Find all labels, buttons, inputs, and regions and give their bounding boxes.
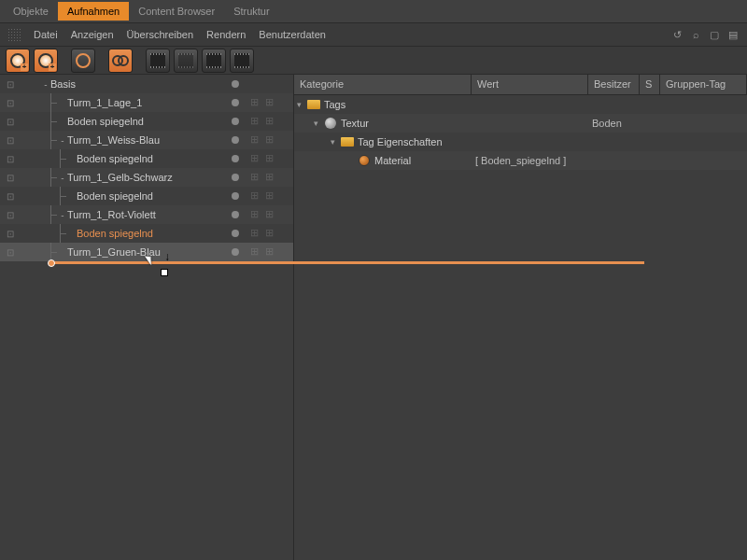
status-dot[interactable] bbox=[224, 155, 247, 162]
status-dot[interactable] bbox=[224, 211, 247, 218]
tab-content-browser[interactable]: Content Browser bbox=[129, 2, 224, 21]
film-button-1[interactable] bbox=[146, 49, 170, 73]
status-dot[interactable] bbox=[224, 230, 247, 237]
menu-rendern[interactable]: Rendern bbox=[206, 29, 246, 40]
expander-icon[interactable]: - bbox=[58, 210, 67, 220]
tag-icon[interactable]: ⊞ bbox=[250, 96, 263, 109]
header-besitzer[interactable]: Besitzer bbox=[588, 75, 640, 94]
status-dot[interactable] bbox=[224, 99, 247, 106]
tree-label: Turm_1_Lage_1 bbox=[67, 97, 224, 108]
visibility-icon[interactable]: ⊡ bbox=[0, 135, 21, 146]
status-dot[interactable] bbox=[224, 118, 247, 125]
row-tags: ⊞⊞ bbox=[247, 133, 293, 147]
tag-icon[interactable]: ⊞ bbox=[250, 171, 263, 184]
search-icon[interactable]: ⌕ bbox=[689, 28, 702, 41]
film-button-3[interactable] bbox=[202, 49, 226, 73]
visibility-icon[interactable]: ⊡ bbox=[0, 98, 21, 108]
expander-icon[interactable]: - bbox=[58, 173, 67, 183]
target-button[interactable] bbox=[71, 49, 95, 73]
tab-objekte[interactable]: Objekte bbox=[4, 2, 58, 21]
status-dot[interactable] bbox=[224, 174, 247, 181]
property-label: Material bbox=[374, 155, 411, 166]
takes-tree[interactable]: ⊡-Basis⊡Turm_1_Lage_1⊞⊞⊡Boden spiegelnd⊞… bbox=[0, 75, 294, 560]
tag-icon[interactable]: ⊞ bbox=[265, 171, 278, 184]
expander-icon[interactable]: ▾ bbox=[311, 119, 320, 128]
tab-aufnahmen[interactable]: Aufnahmen bbox=[58, 2, 129, 21]
visibility-icon[interactable]: ⊡ bbox=[0, 173, 21, 183]
film-button-2[interactable] bbox=[174, 49, 198, 73]
tag-icon[interactable]: ⊞ bbox=[250, 152, 263, 165]
tag-icon[interactable]: ⊞ bbox=[265, 208, 278, 221]
tree-row[interactable]: ⊡Turm_1_Gruen-Blau⊞⊞ bbox=[0, 243, 293, 261]
header-s[interactable]: S bbox=[640, 75, 660, 94]
tag-icon[interactable]: ⊞ bbox=[250, 115, 263, 128]
status-dot[interactable] bbox=[224, 192, 247, 200]
material-icon bbox=[359, 155, 370, 166]
tag-icon[interactable]: ⊞ bbox=[250, 133, 263, 147]
header-kategorie[interactable]: Kategorie bbox=[294, 75, 472, 94]
menu-ueberschreiben[interactable]: Überschreiben bbox=[127, 29, 194, 40]
property-label: Textur bbox=[341, 118, 369, 129]
visibility-icon[interactable]: ⊡ bbox=[0, 117, 21, 127]
film-button-4[interactable] bbox=[230, 49, 254, 73]
panel-icon[interactable]: ▤ bbox=[726, 28, 740, 41]
visibility-icon[interactable]: ⊡ bbox=[0, 210, 21, 220]
expander-icon[interactable]: ▾ bbox=[328, 137, 337, 147]
property-row[interactable]: ▾TexturBoden bbox=[294, 114, 747, 133]
visibility-icon[interactable]: ⊡ bbox=[0, 191, 21, 202]
tree-label: Basis bbox=[50, 78, 224, 90]
tree-label: Turm_1_Rot-Violett bbox=[67, 209, 224, 220]
header-wert[interactable]: Wert bbox=[472, 75, 588, 94]
tree-row[interactable]: ⊡-Basis bbox=[0, 75, 293, 93]
row-tags: ⊞⊞ bbox=[247, 208, 293, 221]
tag-icon[interactable]: ⊞ bbox=[265, 96, 278, 109]
tree-row[interactable]: ⊡Boden spiegelnd⊞⊞ bbox=[0, 112, 293, 131]
row-tags: ⊞⊞ bbox=[247, 227, 293, 240]
expander-icon[interactable]: ▾ bbox=[294, 100, 303, 109]
property-row[interactable]: ▾Tags bbox=[294, 95, 747, 114]
property-row[interactable]: ▾Tag Eigenschaften bbox=[294, 133, 747, 151]
tag-icon[interactable]: ⊞ bbox=[250, 227, 263, 240]
tree-row[interactable]: ⊡Boden spiegelnd⊞⊞ bbox=[0, 149, 293, 168]
history-icon[interactable]: ↺ bbox=[670, 28, 684, 41]
take-add-button[interactable]: + bbox=[34, 49, 58, 73]
tag-icon[interactable]: ⊞ bbox=[250, 208, 263, 221]
layout-icon[interactable]: ▢ bbox=[708, 28, 721, 41]
tag-icon[interactable]: ⊞ bbox=[265, 115, 278, 128]
menu-anzeigen[interactable]: Anzeigen bbox=[71, 29, 114, 40]
take-button[interactable]: + bbox=[6, 49, 30, 73]
visibility-icon[interactable]: ⊡ bbox=[0, 154, 21, 164]
tag-icon[interactable]: ⊞ bbox=[265, 133, 278, 147]
tree-row[interactable]: ⊡Boden spiegelnd⊞⊞ bbox=[0, 187, 293, 205]
tag-icon[interactable]: ⊞ bbox=[250, 189, 263, 203]
expander-icon[interactable]: - bbox=[41, 79, 50, 90]
status-dot[interactable] bbox=[224, 80, 247, 88]
header-gruppen-tag[interactable]: Gruppen-Tag bbox=[660, 75, 747, 94]
override-button[interactable] bbox=[108, 49, 133, 73]
tree-row[interactable]: ⊡Turm_1_Lage_1⊞⊞ bbox=[0, 93, 293, 112]
row-tags: ⊞⊞ bbox=[247, 152, 293, 165]
tree-label: Turm_1_Gruen-Blau bbox=[67, 246, 224, 258]
tree-row[interactable]: ⊡-Turm_1_Gelb-Schwarz⊞⊞ bbox=[0, 168, 293, 187]
tag-icon[interactable]: ⊞ bbox=[265, 152, 278, 165]
property-row[interactable]: Material[ Boden_spiegelnd ] bbox=[294, 151, 747, 170]
visibility-icon[interactable]: ⊡ bbox=[0, 247, 21, 258]
expander-icon[interactable]: - bbox=[58, 135, 67, 146]
menu-datei[interactable]: Datei bbox=[34, 29, 58, 40]
visibility-icon[interactable]: ⊡ bbox=[0, 79, 21, 90]
status-dot[interactable] bbox=[224, 136, 247, 144]
property-value[interactable]: [ Boden_spiegelnd ] bbox=[472, 155, 588, 166]
tag-icon[interactable]: ⊞ bbox=[250, 245, 263, 259]
tag-icon[interactable]: ⊞ bbox=[265, 245, 278, 259]
tree-row[interactable]: ⊡-Turm_1_Weiss-Blau⊞⊞ bbox=[0, 131, 293, 149]
property-owner: Boden bbox=[588, 118, 640, 129]
tab-struktur[interactable]: Struktur bbox=[224, 2, 279, 21]
tag-icon[interactable]: ⊞ bbox=[265, 189, 278, 203]
visibility-icon[interactable]: ⊡ bbox=[0, 229, 21, 239]
status-dot[interactable] bbox=[224, 248, 247, 256]
tag-icon[interactable]: ⊞ bbox=[265, 227, 278, 240]
tree-row[interactable]: ⊡-Turm_1_Rot-Violett⊞⊞ bbox=[0, 205, 293, 224]
row-tags: ⊞⊞ bbox=[247, 96, 293, 109]
menu-benutzerdaten[interactable]: Benutzerdaten bbox=[259, 29, 326, 40]
tree-row[interactable]: ⊡Boden spiegelnd⊞⊞ bbox=[0, 224, 293, 243]
